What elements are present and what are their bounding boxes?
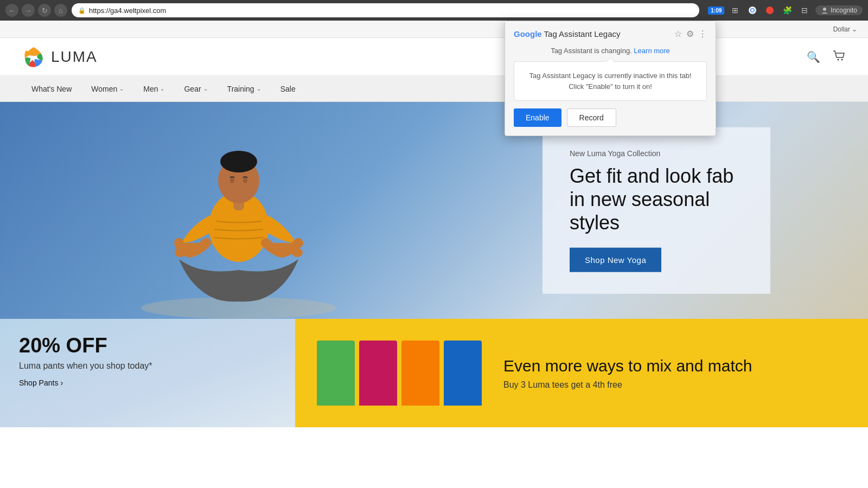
tag-popup-actions: Enable Record	[505, 108, 716, 136]
currency-chevron-icon: ⌄	[852, 25, 857, 33]
hero-card-title: Get fit and look fab in new seasonal sty…	[570, 164, 743, 235]
color-picker-icon[interactable]	[763, 4, 776, 17]
nav-link-men[interactable]: Men ⌄	[133, 76, 174, 102]
refresh-button[interactable]: ↻	[38, 4, 51, 17]
gear-chevron-icon: ⌄	[203, 86, 208, 92]
tag-gear-button[interactable]: ⚙	[686, 29, 694, 39]
time-badge: 1:09	[708, 7, 724, 15]
banner-right-title: Even more ways to mix and match	[503, 356, 846, 376]
svg-point-10	[175, 248, 186, 257]
tag-popup-icon-buttons: ☆ ⚙ ⋮	[674, 29, 707, 39]
currency-label: Dollar	[833, 25, 850, 33]
hero-banner: New Luma Yoga Collection Get fit and loo…	[0, 102, 868, 319]
logo-icon	[22, 45, 46, 69]
banner-right-subtitle: Buy 3 Luma tees get a 4th free	[503, 380, 846, 390]
logo-text: LUMA	[51, 48, 98, 66]
tag-assistant-title-rest: Tag Assistant Legacy	[544, 29, 621, 38]
svg-point-3	[766, 7, 774, 14]
nav-item-sale: Sale	[271, 76, 305, 102]
shop-pants-arrow-icon: ›	[60, 378, 63, 387]
tag-learn-more-link[interactable]: Learn more	[634, 47, 669, 55]
shop-pants-link[interactable]: Shop Pants ›	[19, 378, 276, 387]
magenta-shirt	[359, 341, 397, 406]
nav-link-women[interactable]: Women ⌄	[81, 76, 133, 102]
nav-link-training[interactable]: Training ⌄	[218, 76, 271, 102]
shop-yoga-button[interactable]: Shop New Yoga	[570, 247, 661, 272]
tag-popup-title: Google Tag Assistant Legacy	[514, 29, 621, 38]
header-right: 🔍	[807, 48, 846, 66]
training-chevron-icon: ⌄	[257, 86, 261, 92]
tag-enable-button[interactable]: Enable	[514, 108, 561, 127]
men-chevron-icon: ⌄	[160, 86, 164, 92]
orange-shirt	[401, 341, 439, 406]
tag-popup-header: Google Tag Assistant Legacy ☆ ⚙ ⋮	[505, 21, 716, 44]
nav-item-whats-new: What's New	[22, 76, 81, 102]
site-header: LUMA 🔍	[0, 38, 868, 76]
banner-right: Even more ways to mix and match Buy 3 Lu…	[295, 319, 868, 427]
tag-more-button[interactable]: ⋮	[698, 29, 707, 39]
chrome-icon-btn[interactable]	[746, 4, 759, 17]
extensions-button[interactable]: ⊞	[729, 4, 742, 17]
currency-selector[interactable]: Dollar ⌄	[833, 25, 857, 33]
nav-item-women: Women ⌄	[81, 76, 133, 102]
nav-link-sale[interactable]: Sale	[271, 76, 305, 102]
top-bar-links: Dollar ⌄	[833, 25, 857, 33]
browser-right-controls: 1:09 ⊞ 🧩 ⊟ Incognito	[708, 4, 863, 17]
nav-list: What's New Women ⌄ Men ⌄ Gear ⌄ Training	[22, 76, 305, 102]
svg-point-15	[237, 152, 247, 160]
bottom-banners: 20% OFF Luma pants when you shop today* …	[0, 319, 868, 427]
banner-discount-title: 20% OFF	[19, 335, 276, 356]
shirts-display	[317, 341, 482, 406]
green-shirt	[317, 341, 355, 406]
logo-link[interactable]: LUMA	[22, 45, 98, 69]
browser-chrome: ← → ↻ ⌂ 🔒 https://ga4.weltpixel.com 1:09…	[0, 0, 868, 21]
svg-point-4	[823, 8, 826, 11]
tag-record-button[interactable]: Record	[567, 108, 616, 127]
svg-point-6	[838, 59, 839, 61]
cart-button[interactable]	[831, 48, 846, 66]
profile-button[interactable]: ⊟	[798, 4, 811, 17]
lock-icon: 🔒	[78, 7, 86, 14]
blue-shirt	[444, 341, 482, 406]
google-brand-text: Google	[514, 29, 542, 38]
hero-card: New Luma Yoga Collection Get fit and loo…	[542, 127, 770, 294]
forward-button[interactable]: →	[22, 4, 35, 17]
svg-point-16	[230, 178, 234, 183]
nav-link-gear[interactable]: Gear ⌄	[174, 76, 217, 102]
browser-nav-buttons: ← → ↻ ⌂	[5, 4, 67, 17]
svg-point-2	[751, 9, 754, 12]
svg-point-11	[292, 248, 303, 257]
yoga-person-svg	[136, 107, 342, 319]
home-button[interactable]: ⌂	[54, 4, 67, 17]
back-button[interactable]: ←	[5, 4, 18, 17]
nav-item-gear: Gear ⌄	[174, 76, 217, 102]
main-nav: What's New Women ⌄ Men ⌄ Gear ⌄ Training	[0, 76, 868, 102]
tag-assistant-popup: Google Tag Assistant Legacy ☆ ⚙ ⋮ Tag As…	[505, 21, 716, 136]
search-button[interactable]: 🔍	[807, 50, 820, 63]
incognito-button[interactable]: Incognito	[815, 5, 863, 15]
puzzle-icon[interactable]: 🧩	[781, 4, 794, 17]
hero-figure	[136, 107, 342, 319]
address-bar[interactable]: 🔒 https://ga4.weltpixel.com	[72, 3, 699, 17]
banner-left-text: Luma pants when you shop today*	[19, 360, 276, 372]
tag-star-button[interactable]: ☆	[674, 29, 682, 39]
banner-right-text-content: Even more ways to mix and match Buy 3 Lu…	[503, 356, 846, 390]
nav-item-men: Men ⌄	[133, 76, 174, 102]
svg-point-7	[841, 59, 843, 61]
hero-card-subtitle: New Luma Yoga Collection	[570, 149, 743, 158]
women-chevron-icon: ⌄	[119, 86, 124, 92]
banner-left: 20% OFF Luma pants when you shop today* …	[0, 319, 295, 427]
tag-popup-inactive-box: Tag Assistant Legacy is currently inacti…	[514, 61, 707, 101]
top-bar: Dollar ⌄	[0, 21, 868, 38]
incognito-label: Incognito	[831, 7, 857, 14]
svg-point-17	[243, 178, 247, 183]
nav-item-training: Training ⌄	[218, 76, 271, 102]
nav-link-whats-new[interactable]: What's New	[22, 76, 81, 102]
url-text: https://ga4.weltpixel.com	[89, 7, 166, 15]
